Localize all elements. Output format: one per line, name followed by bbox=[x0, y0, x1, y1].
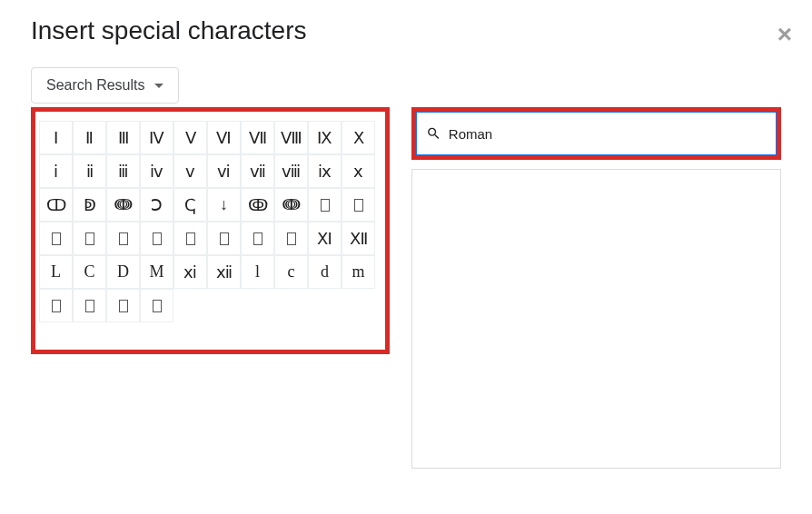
chevron-down-icon bbox=[154, 84, 163, 88]
character-cell[interactable]: ↓ bbox=[207, 188, 241, 222]
placeholder-glyph-icon bbox=[119, 232, 128, 245]
character-cell[interactable]: Ⅳ bbox=[140, 121, 173, 154]
character-cell[interactable]: ↂ bbox=[241, 188, 274, 222]
character-cell[interactable]: Ⅵ bbox=[207, 121, 241, 154]
character-cell[interactable] bbox=[342, 188, 375, 222]
character-cell[interactable] bbox=[106, 222, 140, 255]
placeholder-glyph-icon bbox=[186, 232, 195, 245]
character-cell[interactable]: Ⅸ bbox=[308, 121, 342, 154]
character-cell[interactable] bbox=[73, 289, 106, 322]
search-input[interactable] bbox=[449, 126, 767, 142]
character-cell[interactable]: M bbox=[140, 255, 173, 289]
placeholder-glyph-icon bbox=[153, 300, 162, 312]
character-cell[interactable]: D bbox=[106, 255, 140, 289]
character-cell[interactable]: ⅸ bbox=[308, 154, 342, 188]
draw-panel[interactable] bbox=[411, 169, 781, 469]
character-cell[interactable]: ↁ bbox=[73, 188, 106, 222]
placeholder-glyph-icon bbox=[354, 199, 363, 212]
character-cell[interactable] bbox=[39, 222, 73, 255]
placeholder-glyph-icon bbox=[52, 300, 61, 312]
character-cell[interactable]: Ⅻ bbox=[342, 222, 375, 255]
character-grid: ⅠⅡⅢⅣⅤⅥⅦⅧⅨⅩⅰⅱⅲⅳⅴⅵⅶⅷⅸⅹↀↁↈↃↅ↓ↂↈⅪⅫLCDMⅺⅻlcdm bbox=[35, 112, 385, 322]
dialog-title: Insert special characters bbox=[31, 16, 781, 45]
character-cell[interactable] bbox=[274, 222, 308, 255]
placeholder-glyph-icon bbox=[220, 232, 229, 245]
character-cell[interactable]: Ↄ bbox=[140, 188, 173, 222]
character-cell[interactable] bbox=[73, 222, 106, 255]
character-cell[interactable]: Ⅹ bbox=[342, 121, 375, 154]
placeholder-glyph-icon bbox=[287, 232, 296, 245]
character-cell[interactable]: ⅰ bbox=[39, 154, 73, 188]
close-button[interactable]: × bbox=[777, 22, 792, 47]
character-cell[interactable]: Ⅷ bbox=[274, 121, 308, 154]
placeholder-glyph-icon bbox=[153, 232, 162, 245]
placeholder-glyph-icon bbox=[253, 232, 262, 245]
character-cell[interactable]: ⅻ bbox=[207, 255, 241, 289]
character-cell[interactable]: ⅳ bbox=[140, 154, 173, 188]
character-cell[interactable] bbox=[207, 222, 241, 255]
character-cell[interactable]: ↈ bbox=[274, 188, 308, 222]
category-dropdown[interactable]: Search Results bbox=[31, 67, 179, 104]
character-cell[interactable] bbox=[140, 289, 173, 322]
character-cell[interactable]: ⅷ bbox=[274, 154, 308, 188]
character-cell[interactable]: l bbox=[241, 255, 274, 289]
character-cell[interactable]: ↅ bbox=[173, 188, 207, 222]
dropdown-label: Search Results bbox=[46, 77, 145, 94]
character-cell[interactable]: ⅲ bbox=[106, 154, 140, 188]
character-cell[interactable]: ⅶ bbox=[241, 154, 274, 188]
character-cell[interactable] bbox=[241, 222, 274, 255]
character-cell[interactable]: Ⅲ bbox=[106, 121, 140, 154]
character-cell[interactable]: Ⅰ bbox=[39, 121, 73, 154]
character-cell[interactable]: Ⅶ bbox=[241, 121, 274, 154]
character-cell[interactable] bbox=[106, 289, 140, 322]
placeholder-glyph-icon bbox=[85, 232, 94, 245]
placeholder-glyph-icon bbox=[119, 300, 128, 312]
character-cell[interactable] bbox=[173, 222, 207, 255]
placeholder-glyph-icon bbox=[321, 199, 330, 212]
character-cell[interactable]: C bbox=[73, 255, 106, 289]
character-cell[interactable]: ⅺ bbox=[173, 255, 207, 289]
character-cell[interactable]: ⅱ bbox=[73, 154, 106, 188]
character-cell[interactable]: c bbox=[274, 255, 308, 289]
placeholder-glyph-icon bbox=[85, 300, 94, 312]
character-cell[interactable]: Ⅱ bbox=[73, 121, 106, 154]
character-cell[interactable]: Ⅴ bbox=[173, 121, 207, 154]
search-box[interactable] bbox=[416, 112, 777, 155]
search-highlight bbox=[411, 107, 781, 160]
character-cell[interactable]: m bbox=[342, 255, 375, 289]
character-cell[interactable] bbox=[308, 188, 342, 222]
character-cell[interactable] bbox=[39, 289, 73, 322]
character-results-panel: ⅠⅡⅢⅣⅤⅥⅦⅧⅨⅩⅰⅱⅲⅳⅴⅵⅶⅷⅸⅹↀↁↈↃↅ↓ↂↈⅪⅫLCDMⅺⅻlcdm bbox=[31, 107, 390, 354]
character-cell[interactable]: d bbox=[308, 255, 342, 289]
character-cell[interactable]: Ⅺ bbox=[308, 222, 342, 255]
character-cell[interactable]: ↀ bbox=[39, 188, 73, 222]
character-cell[interactable]: ⅵ bbox=[207, 154, 241, 188]
character-cell[interactable]: ⅹ bbox=[342, 154, 375, 188]
character-cell[interactable]: ⅴ bbox=[173, 154, 207, 188]
character-cell[interactable] bbox=[140, 222, 173, 255]
search-icon bbox=[426, 125, 441, 142]
placeholder-glyph-icon bbox=[52, 232, 61, 245]
character-cell[interactable]: L bbox=[39, 255, 73, 289]
character-cell[interactable]: ↈ bbox=[106, 188, 140, 222]
